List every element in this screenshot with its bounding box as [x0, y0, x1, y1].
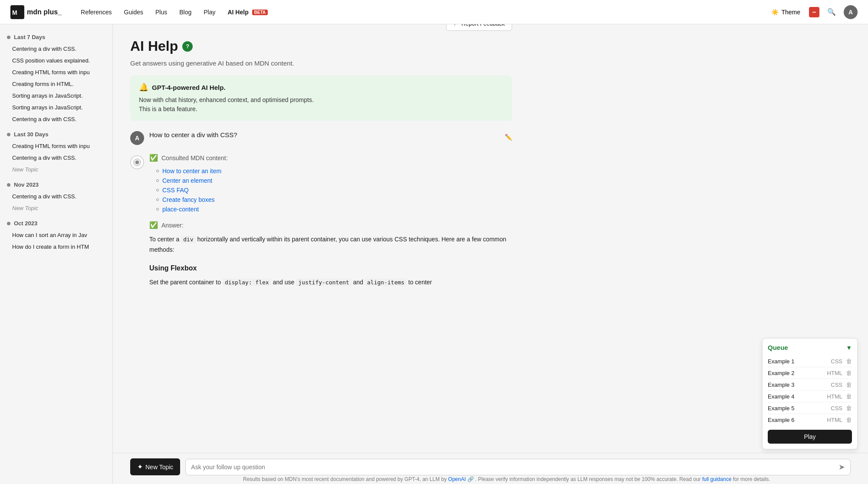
sidebar-section-last7: Last 7 Days Centering a div with CSS. 🗑 … [0, 31, 112, 125]
user-question-text: How to center a div with CSS? [149, 128, 237, 138]
queue-delete-icon[interactable]: 🗑 [846, 381, 852, 388]
nav-links: References Guides Plus Blog Play AI Help… [76, 6, 768, 18]
queue-item: Example 3 CSS 🗑 [768, 379, 852, 391]
beta-badge: BETA [252, 10, 268, 15]
queue-panel: Queue ▼ Example 1 CSS 🗑 Example 2 HTML 🗑… [762, 338, 858, 449]
user-avatar: A [130, 131, 144, 145]
consulted-header: ✅ Consulted MDN content: [149, 154, 512, 162]
sidebar-section-nov2023-header: Nov 2023 [0, 179, 112, 191]
top-nav: M mdn plus_ References Guides Plus Blog … [0, 0, 868, 24]
queue-delete-icon[interactable]: 🗑 [846, 358, 852, 365]
queue-delete-icon[interactable]: 🗑 [846, 405, 852, 412]
avatar[interactable]: A [844, 5, 858, 19]
queue-header: Queue ▼ [768, 344, 852, 351]
site-logo[interactable]: M mdn plus_ [10, 5, 62, 19]
svg-point-3 [135, 161, 139, 164]
section-dot [7, 133, 10, 136]
nav-blog[interactable]: Blog [174, 6, 197, 18]
guidance-link[interactable]: full guidance [702, 476, 731, 482]
openai-link[interactable]: OpenAI [448, 476, 466, 482]
footer-note: Results based on MDN's most recent docum… [243, 476, 851, 482]
sidebar-section-last7-header: Last 7 Days [0, 31, 112, 43]
sidebar-section-nov2023: Nov 2023 Centering a div with CSS. New T… [0, 179, 112, 214]
list-item: How to center an item [156, 166, 512, 176]
chat-area: A How to center a div with CSS? ✏️ [130, 131, 512, 288]
queue-item: Example 4 HTML 🗑 [768, 391, 852, 402]
response-content: ✅ Consulted MDN content: How to center a… [149, 154, 512, 288]
section-dot [7, 222, 10, 225]
queue-item: Example 5 CSS 🗑 [768, 402, 852, 414]
ref-bullet [156, 179, 159, 182]
sidebar-item[interactable]: Creating HTML forms with inpu [2, 140, 111, 152]
ref-link-2[interactable]: Center an element [162, 177, 212, 184]
sidebar-item[interactable]: Sorting arrays in JavaScript. [2, 90, 111, 102]
sidebar-section-oct2023: Oct 2023 How can I sort an Array in Jav … [0, 217, 112, 253]
ref-link-3[interactable]: CSS FAQ [162, 187, 189, 194]
sidebar-section-last30: Last 30 Days Creating HTML forms with in… [0, 128, 112, 175]
sidebar-section-oct2023-header: Oct 2023 [0, 217, 112, 229]
queue-item: Example 1 CSS 🗑 [768, 356, 852, 367]
main-content: ⚑ Report Feedback AI Help ? Get answers … [113, 24, 529, 484]
sidebar-item[interactable]: How do I create a form in HTM [2, 241, 111, 253]
ref-link-1[interactable]: How to center an item [162, 168, 221, 175]
nav-references[interactable]: References [76, 6, 117, 18]
nav-guides[interactable]: Guides [119, 6, 148, 18]
ref-link-4[interactable]: Create fancy boxes [162, 196, 215, 203]
sidebar: Last 7 Days Centering a div with CSS. 🗑 … [0, 24, 113, 484]
nav-plus[interactable]: Plus [150, 6, 172, 18]
answer-body: To center a div horizontally and vertica… [149, 234, 512, 288]
ref-bullet [156, 189, 159, 191]
queue-delete-icon[interactable]: 🗑 [846, 416, 852, 423]
message-content: How to center a div with CSS? [149, 131, 500, 138]
search-icon: 🔍 [827, 8, 836, 16]
nav-play[interactable]: Play [198, 6, 220, 18]
info-box: 🔔 GPT-4-powered AI Help. Now with chat h… [130, 76, 512, 121]
nav-right: ☀️ Theme – 🔍 A [768, 5, 858, 19]
send-icon: ➤ [838, 463, 845, 471]
sidebar-item[interactable]: CSS position values explained. [2, 55, 111, 66]
info-box-header: 🔔 GPT-4-powered AI Help. [139, 82, 503, 92]
sidebar-item[interactable]: Centering a div with CSS. 🗑 [2, 43, 111, 55]
queue-title: Queue [768, 344, 788, 351]
layout: Last 7 Days Centering a div with CSS. 🗑 … [0, 24, 868, 484]
svg-text:M: M [12, 9, 17, 16]
edit-icon[interactable]: ✏️ [505, 134, 512, 141]
chat-input[interactable] [191, 459, 838, 475]
bell-icon: 🔔 [139, 82, 148, 92]
help-badge: ? [182, 41, 193, 52]
search-button[interactable]: 🔍 [825, 5, 838, 19]
ref-bullet [156, 198, 159, 201]
queue-delete-icon[interactable]: 🗑 [846, 393, 852, 400]
section-dot [7, 36, 10, 39]
minus-icon: – [812, 8, 816, 16]
sidebar-item[interactable]: Creating forms in HTML. [2, 78, 111, 90]
new-topic-button[interactable]: ✦ New Topic [130, 458, 180, 475]
ref-bullet [156, 208, 159, 211]
theme-button[interactable]: ☀️ Theme [768, 7, 804, 17]
queue-delete-icon[interactable]: 🗑 [846, 369, 852, 376]
sidebar-section-last30-header: Last 30 Days [0, 128, 112, 140]
answer-header: ✅ Answer: [149, 221, 512, 229]
plus-icon: ✦ [137, 463, 143, 471]
page-title: AI Help ? [130, 38, 512, 54]
queue-play-button[interactable]: Play [768, 430, 852, 444]
ref-link-5[interactable]: place-content [162, 206, 199, 213]
check-circle-icon: ✅ [149, 154, 158, 162]
ai-icon [130, 155, 144, 169]
user-message: A How to center a div with CSS? ✏️ [130, 131, 512, 145]
sun-icon: ☀️ [771, 9, 779, 16]
queue-item: Example 2 HTML 🗑 [768, 367, 852, 379]
sidebar-item[interactable]: Sorting arrays in JavaScript. [2, 102, 111, 113]
sidebar-item-new-topic[interactable]: New Topic [2, 164, 111, 175]
sidebar-item[interactable]: Centering a div with CSS. [2, 152, 111, 164]
minus-button[interactable]: – [809, 7, 819, 17]
sidebar-item[interactable]: Creating HTML forms with inpu [2, 66, 111, 78]
answer-check-icon: ✅ [149, 221, 158, 229]
sidebar-item[interactable]: Centering a div with CSS. [2, 113, 111, 125]
sidebar-item[interactable]: How can I sort an Array in Jav [2, 229, 111, 241]
nav-ai-help[interactable]: AI Help BETA [222, 6, 273, 18]
queue-collapse-icon[interactable]: ▼ [846, 344, 852, 351]
sidebar-item[interactable]: Centering a div with CSS. [2, 191, 111, 202]
sidebar-item-new-topic[interactable]: New Topic [2, 202, 111, 214]
send-button[interactable]: ➤ [838, 462, 845, 472]
